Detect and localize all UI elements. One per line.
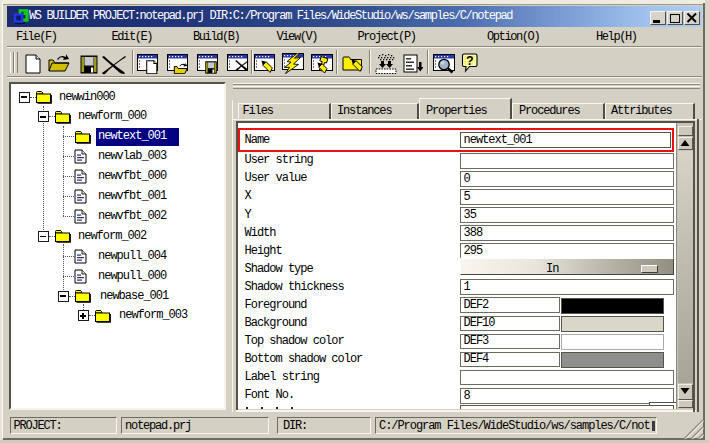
- svg-text:?: ?: [466, 54, 474, 68]
